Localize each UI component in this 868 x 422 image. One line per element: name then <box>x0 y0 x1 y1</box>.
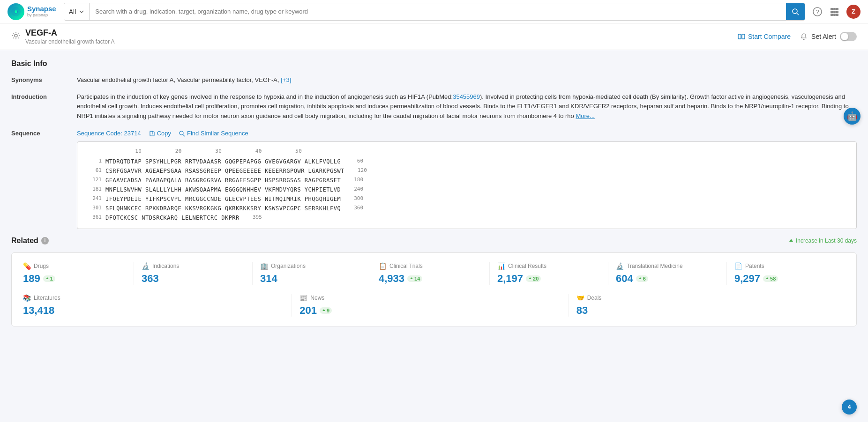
user-avatar[interactable]: Z <box>846 5 861 19</box>
related-item-header: 🤝 Deals <box>576 294 838 302</box>
svg-line-3 <box>797 13 799 15</box>
related-item-label: Clinical Trials <box>389 263 423 269</box>
search-button[interactable] <box>786 3 805 20</box>
seq-line-num: 121 <box>83 176 102 185</box>
related-count-value: 9,297 <box>734 273 760 285</box>
svg-rect-7 <box>833 8 836 10</box>
find-similar-button[interactable]: Find Similar Sequence <box>179 130 248 137</box>
related-item[interactable]: 🤝 Deals 83 <box>569 294 845 317</box>
related-item-icon: 🔬 <box>616 262 624 270</box>
svg-rect-13 <box>833 14 836 16</box>
related-item-label: Translational Medicine <box>627 263 683 269</box>
pubmed-link[interactable]: 35455969 <box>453 93 480 100</box>
sequence-value: Sequence Code: 23714 Copy Find Similar S… <box>77 129 857 229</box>
related-item-icon: 💊 <box>23 262 31 270</box>
apps-button[interactable] <box>830 7 839 16</box>
page-header: VEGF-A Vascular endothelial growth facto… <box>0 23 868 50</box>
synonyms-label: Synonyms <box>11 75 77 85</box>
related-item[interactable]: 📰 News 201 9 <box>292 294 569 317</box>
sequence-line: 301SFLQHNKCEC RPKKDRARQE KKSVRGKGKG QKRK… <box>83 204 851 213</box>
related-item-icon: 🏢 <box>260 262 268 270</box>
related-item[interactable]: 📊 Clinical Results 2,197 20 <box>490 262 608 285</box>
related-item-label: Patents <box>745 263 764 269</box>
seq-line-end: 395 <box>243 214 262 222</box>
seq-line-data: DFQTCKCSC NTDSRCKARQ LELNERTCRC DKPRR <box>105 214 239 222</box>
seq-line-num: 241 <box>83 195 102 203</box>
search-container: All <box>64 3 805 21</box>
related-item-header: 💊 Drugs <box>23 262 126 270</box>
related-item[interactable]: 🏢 Organizations 314 <box>253 262 371 285</box>
toggle-knob <box>841 33 848 40</box>
related-count-value: 201 <box>299 304 317 317</box>
related-item[interactable]: 📄 Patents 9,297 58 <box>727 262 845 285</box>
related-item-label: Organizations <box>271 263 306 269</box>
seq-line-num: 1 <box>83 157 102 166</box>
sequence-line: 181MNFLLSWVHW SLALLLYLHH AKWSQAAPMA EGGG… <box>83 185 851 194</box>
svg-point-1 <box>15 10 17 13</box>
sequence-header: Sequence Code: 23714 Copy Find Similar S… <box>77 129 857 138</box>
sequence-label: Sequence <box>11 129 77 229</box>
related-item[interactable]: 🔬 Indications 363 <box>134 262 253 285</box>
copy-button[interactable]: Copy <box>149 130 171 137</box>
search-input[interactable] <box>90 3 786 20</box>
intro-more-link[interactable]: More... <box>576 112 594 119</box>
page-header-right: Start Compare Set Alert <box>738 32 857 41</box>
related-item[interactable]: 📋 Clinical Trials 4,933 14 <box>371 262 490 285</box>
settings-icon <box>11 31 21 40</box>
apps-icon <box>830 7 839 16</box>
related-row-2: 📚 Literatures 13,418 📰 News 201 9 🤝 Deal… <box>23 294 845 317</box>
page-title-block: VEGF-A Vascular endothelial growth facto… <box>25 28 115 45</box>
related-row-1: 💊 Drugs 189 1 🔬 Indications 363 🏢 Organi… <box>23 262 845 285</box>
related-item-label: Indications <box>152 263 179 269</box>
synonyms-more-link[interactable]: [+3] <box>281 76 291 83</box>
settings-button[interactable] <box>11 31 21 43</box>
sequence-line: 361DFQTCKCSC NTDSRCKARQ LELNERTCRC DKPRR… <box>83 214 851 222</box>
related-count-value: 13,418 <box>23 304 54 317</box>
svg-rect-8 <box>836 8 838 10</box>
related-item-header: 📚 Literatures <box>23 294 284 302</box>
seq-line-end: 300 <box>344 195 363 203</box>
seq-line-data: SFLQHNKCEC RPKKDRARQE KKSVRGKGKG QKRKRKK… <box>105 204 341 213</box>
seq-line-data: GEAAVCADSA PAARAPQALA RASGRGGRVA RRGAEES… <box>105 176 341 185</box>
related-item-count: 83 <box>576 304 838 317</box>
alert-toggle[interactable] <box>840 32 857 41</box>
seq-line-end: 240 <box>344 185 363 194</box>
increase-badge: 14 <box>407 275 422 282</box>
related-item-header: 📰 News <box>299 294 561 302</box>
related-header: Related i Increase in Last 30 days <box>11 237 857 245</box>
related-item-label: Deals <box>587 295 602 301</box>
related-title-text: Related <box>11 237 38 245</box>
help-button[interactable]: ? <box>813 7 822 16</box>
related-info-icon[interactable]: i <box>41 237 49 244</box>
related-item-label: Drugs <box>34 263 49 269</box>
seq-line-num: 361 <box>83 214 102 222</box>
related-item-icon: 📄 <box>734 262 742 270</box>
related-item[interactable]: 📚 Literatures 13,418 <box>23 294 292 317</box>
svg-rect-17 <box>742 34 745 39</box>
related-item-count: 4,933 14 <box>379 273 482 285</box>
related-title: Related i <box>11 237 49 245</box>
compare-button[interactable]: Start Compare <box>738 33 791 40</box>
sequence-line: 1MTDRQTDTAP SPSYHLLPGR RRTVDAAASR GQGPEP… <box>83 157 851 166</box>
seq-line-num: 181 <box>83 185 102 194</box>
related-item-icon: 📚 <box>23 294 31 302</box>
seq-line-end: 60 <box>344 157 363 166</box>
related-item[interactable]: 🔬 Translational Medicine 604 6 <box>608 262 727 285</box>
related-item-icon: 📊 <box>497 262 505 270</box>
logo-name: Synapse <box>27 5 56 13</box>
increase-text: Increase in Last 30 days <box>788 237 857 244</box>
main-content: Basic Info Synonyms Vascular endothelial… <box>0 50 868 336</box>
svg-rect-11 <box>836 11 838 13</box>
related-count-value: 314 <box>260 273 277 285</box>
compare-label: Start Compare <box>748 33 791 40</box>
related-item-count: 201 9 <box>299 304 561 317</box>
svg-line-20 <box>183 134 185 136</box>
related-item[interactable]: 💊 Drugs 189 1 <box>23 262 134 285</box>
search-filter[interactable]: All <box>64 3 90 20</box>
related-item-label: News <box>310 295 324 301</box>
robot-icon[interactable]: 🤖 <box>844 108 861 125</box>
synonyms-text: Vascular endothelial growth factor A, Va… <box>77 76 279 83</box>
seq-line-data: IFQEYPDEIE YIFKPSCVPL MRCGGCCNDE GLECVPT… <box>105 195 341 203</box>
related-item-icon: 🤝 <box>576 294 584 302</box>
related-item-count: 604 6 <box>616 273 719 285</box>
